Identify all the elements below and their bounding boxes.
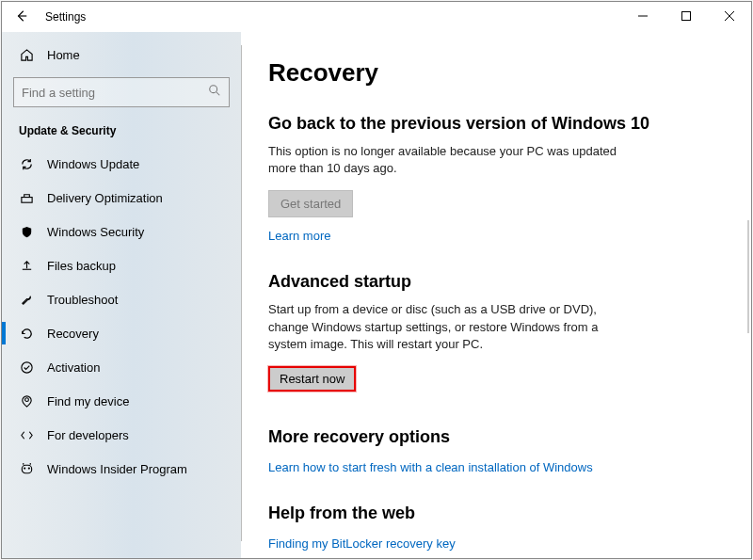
section-more-recovery: More recovery options Learn how to start… [268,427,721,475]
insider-icon [19,462,34,476]
check-circle-icon [19,360,34,375]
sidebar-item-delivery-optimization[interactable]: Delivery Optimization [13,181,230,215]
content-pane: Recovery Go back to the previous version… [242,32,751,558]
settings-window: Settings Home U [1,1,752,559]
search-field[interactable] [22,86,208,100]
recovery-icon [19,327,34,341]
learn-more-link[interactable]: Learn more [268,229,330,243]
more-heading: More recovery options [268,427,721,447]
code-icon [19,428,34,442]
section-advanced-startup: Advanced startup Start up from a device … [268,272,721,399]
goback-body: This option is no longer available becau… [268,143,626,177]
back-button[interactable] [15,9,28,25]
sidebar-item-windows-security[interactable]: Windows Security [13,215,230,248]
search-input[interactable] [13,77,230,107]
svg-point-10 [27,467,29,469]
advanced-heading: Advanced startup [268,272,721,292]
help-heading: Help from the web [268,504,721,523]
page-title: Recovery [268,58,721,88]
sidebar-item-label: Windows Security [47,225,144,239]
sidebar-item-label: Troubleshoot [47,293,118,307]
sync-icon [19,157,34,171]
shield-icon [19,225,34,239]
scrollbar[interactable] [747,220,749,333]
restart-now-button[interactable]: Restart now [268,366,356,392]
svg-point-9 [24,467,25,469]
delivery-icon [19,191,34,205]
sidebar-item-troubleshoot[interactable]: Troubleshoot [13,282,230,316]
sidebar-item-label: Windows Update [47,157,139,171]
wrench-icon [19,293,34,307]
svg-rect-1 [682,12,691,21]
sidebar-item-find-my-device[interactable]: Find my device [13,384,230,418]
svg-rect-6 [21,197,31,202]
home-icon [19,48,34,62]
goback-heading: Go back to the previous version of Windo… [268,114,721,134]
svg-point-8 [24,397,28,401]
section-go-back: Go back to the previous version of Windo… [268,114,721,244]
search-icon [208,84,221,101]
sidebar-item-activation[interactable]: Activation [13,350,230,384]
svg-rect-11 [22,465,31,472]
sidebar-item-label: For developers [47,428,129,442]
svg-line-5 [216,92,220,96]
location-icon [19,394,34,408]
sidebar-item-for-developers[interactable]: For developers [13,418,230,452]
titlebar: Settings [2,2,751,32]
sidebar-item-label: Delivery Optimization [47,191,163,205]
sidebar-home-label: Home [47,48,80,62]
maximize-button[interactable] [665,2,708,30]
sidebar-item-label: Find my device [47,394,129,408]
app-title: Settings [45,10,86,24]
window-controls [621,2,751,30]
sidebar-item-label: Windows Insider Program [47,462,187,476]
sidebar: Home Update & Security Windows Update De… [2,32,241,558]
sidebar-item-recovery[interactable]: Recovery [13,316,230,350]
minimize-button[interactable] [621,2,665,30]
sidebar-item-label: Files backup [47,259,116,273]
sidebar-item-label: Activation [47,360,100,375]
sidebar-home[interactable]: Home [13,38,230,72]
sidebar-item-files-backup[interactable]: Files backup [13,248,230,282]
svg-point-7 [21,361,31,372]
sidebar-item-label: Recovery [47,327,99,341]
advanced-body: Start up from a device or disc (such as … [268,301,626,353]
svg-point-4 [210,86,217,93]
sidebar-item-windows-update[interactable]: Windows Update [13,147,230,181]
restore-point-link[interactable]: Creating system restore point [268,555,428,558]
sidebar-category: Update & Security [13,120,230,147]
section-help-web: Help from the web Finding my BitLocker r… [268,504,721,558]
backup-icon [19,259,34,273]
close-button[interactable] [708,2,751,30]
get-started-button: Get started [268,190,353,217]
start-fresh-link[interactable]: Learn how to start fresh with a clean in… [268,460,593,474]
bitlocker-link[interactable]: Finding my BitLocker recovery key [268,536,456,551]
sidebar-item-windows-insider[interactable]: Windows Insider Program [13,452,230,486]
